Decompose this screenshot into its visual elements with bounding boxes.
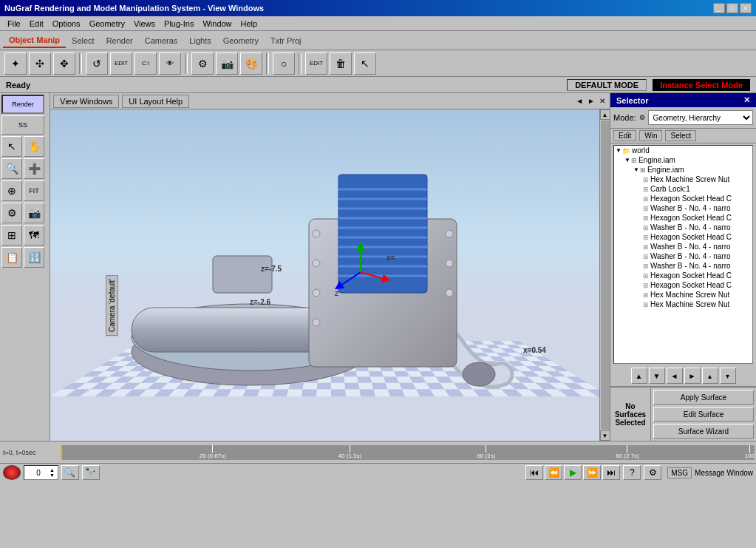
time-down-arrow[interactable]: ▼ [50,473,55,478]
timeline-track[interactable]: 20 (0.67s) 40 (1.3s) 60 (2s) 80 (2.7s) 1… [61,445,755,460]
selector-win-btn[interactable]: Win [639,130,662,141]
playback-skip-forward[interactable]: ⏭ [602,465,620,480]
tab-object-manip[interactable]: Object Manip [3,33,66,48]
toolbar-btn-cl[interactable]: C:\ [134,53,157,75]
tree-item-15[interactable]: ⊞Hex Machine Screw Nut [614,290,752,300]
render-button[interactable]: Render [1,95,44,114]
toolbar-btn-2[interactable]: ✣ [29,53,51,75]
scroll-thumb[interactable] [601,121,610,430]
grid-tool[interactable]: ⊞ [1,225,22,246]
titlebar-controls[interactable]: _ □ × [713,3,752,13]
menu-window[interactable]: Window [198,18,236,30]
rotate-tool[interactable]: ⊕ [1,180,22,201]
settings-btn[interactable]: ⚙ [644,465,661,480]
menu-file[interactable]: File [3,18,25,30]
tree-item-12[interactable]: ⊞Washer B - No. 4 - narro [614,261,752,271]
edit-surface-btn[interactable]: Edit Surface [653,407,754,422]
ss-button[interactable]: SS [1,115,44,135]
menu-views[interactable]: Views [129,18,160,30]
viewport-prev[interactable]: ◄ [574,97,585,105]
close-button[interactable]: × [740,3,752,13]
help-btn[interactable]: ? [623,465,641,480]
selector-edit-btn[interactable]: Edit [613,130,636,141]
tab-lights[interactable]: Lights [183,34,217,47]
toolbar-btn-7[interactable]: 🎨 [240,53,262,75]
menu-geometry[interactable]: Geometry [85,18,129,30]
nav-down-small-btn[interactable]: ▾ [720,368,736,384]
map-tool[interactable]: 🗺 [24,225,44,246]
tree-item-7[interactable]: ⊞Hexagon Socket Head C [614,213,752,223]
scene-tree[interactable]: ▼📁world▼⊞Engine.iam▼⊞Engine.iam ⊞Hex Mac… [613,145,753,364]
menu-help[interactable]: Help [236,18,262,30]
zoom-out-btn[interactable]: 🔭 [82,465,100,480]
viewport[interactable]: z x Y z=-7.5 z=-2.6 x= [50,109,610,441]
tree-item-14[interactable]: ⊞Hexagon Socket Head C [614,280,752,290]
playback-skip-back[interactable]: ⏮ [525,465,543,480]
zoom-tool[interactable]: 🔍 [1,158,22,179]
scroll-down-btn[interactable]: ▼ [600,430,610,441]
minimize-button[interactable]: _ [713,3,725,13]
tree-item-9[interactable]: ⊞Hexagon Socket Head C [614,232,752,242]
playback-prev[interactable]: ⏪ [545,465,562,480]
tree-item-2[interactable]: ▼⊞Engine.iam [614,165,752,175]
toolbar-btn-8[interactable]: ○ [273,53,295,75]
mode-dropdown[interactable]: Geometry, Hierarchy [648,110,753,125]
tab-view-windows[interactable]: View Windows [53,95,119,108]
nav-left-btn[interactable]: ◄ [667,368,683,384]
playback-next[interactable]: ⏩ [583,465,601,480]
fit-tool[interactable]: FIT [24,180,44,201]
tree-item-13[interactable]: ⊞Hexagon Socket Head C [614,271,752,280]
tab-render[interactable]: Render [101,34,139,47]
time-up-arrow[interactable]: ▲ [50,467,55,473]
toolbar-btn-view[interactable]: 👁 [159,53,181,75]
zoom-in-btn[interactable]: 🔍 [61,465,79,480]
tab-cameras[interactable]: Cameras [139,34,184,47]
toolbar-btn-select[interactable]: ↖ [354,53,376,75]
toolbar-btn-5[interactable]: ⚙ [191,53,214,75]
toolbar-btn-edit[interactable]: EDIT [110,53,132,75]
scroll-up-btn[interactable]: ▲ [600,109,610,120]
hand-tool[interactable]: ✋ [24,136,44,157]
nav-up-btn[interactable]: ▲ [631,368,647,384]
viewport-close[interactable]: ✕ [598,97,607,105]
toolbar-btn-6[interactable]: 📷 [216,53,238,75]
toolbar-btn-4[interactable]: ↺ [86,53,108,75]
toolbar-btn-delete[interactable]: 🗑 [330,53,352,75]
nav-up-small-btn[interactable]: ▴ [702,368,718,384]
tree-item-4[interactable]: ⊞Carb Lock:1 [614,184,752,194]
time-display[interactable]: ▲ ▼ [24,465,58,480]
tree-item-5[interactable]: ⊞Hexagon Socket Head C [614,194,752,203]
selector-close-btn[interactable]: ✕ [743,95,750,105]
time-input[interactable] [27,469,50,477]
timeline-cursor[interactable] [61,445,62,460]
list-tool[interactable]: 📋 [1,247,22,268]
apply-surface-btn[interactable]: Apply Surface [653,390,754,405]
tree-item-16[interactable]: ⊞Hex Machine Screw Nut [614,300,752,309]
tab-select[interactable]: Select [66,34,101,47]
selector-select-btn[interactable]: Select [665,130,696,141]
gear-tool[interactable]: ⚙ [1,203,22,223]
menu-edit[interactable]: Edit [25,18,48,30]
tree-item-3[interactable]: ⊞Hex Machine Screw Nut [614,175,752,184]
tree-item-6[interactable]: ⊞Washer B - No. 4 - narro [614,203,752,213]
toolbar-btn-edit2[interactable]: EDIT [305,53,327,75]
nav-down-btn[interactable]: ▼ [649,368,665,384]
menu-plugins[interactable]: Plug-Ins [160,18,198,30]
tree-item-8[interactable]: ⊞Washer B - No. 4 - narro [614,223,752,232]
tree-item-0[interactable]: ▼📁world [614,146,752,155]
time-arrows[interactable]: ▲ ▼ [50,467,55,478]
nav-right-btn[interactable]: ► [684,368,701,384]
num-tool[interactable]: 🔢 [24,247,44,268]
arrow-tool[interactable]: ↖ [1,136,22,157]
viewport-scrollbar[interactable]: ▲ ▼ [599,109,610,441]
plus-tool[interactable]: ➕ [24,158,44,179]
maximize-button[interactable]: □ [726,3,738,13]
tree-item-1[interactable]: ▼⊞Engine.iam [614,155,752,165]
tab-geometry[interactable]: Geometry [217,34,265,47]
toolbar-btn-1[interactable]: ✦ [4,53,27,75]
viewport-next[interactable]: ► [586,97,596,105]
tree-item-10[interactable]: ⊞Washer B - No. 4 - narro [614,242,752,251]
toolbar-btn-3[interactable]: ✥ [53,53,75,75]
surface-wizard-btn[interactable]: Surface Wizard [653,424,754,439]
tab-txtr-proj[interactable]: Txtr Proj [265,34,307,47]
